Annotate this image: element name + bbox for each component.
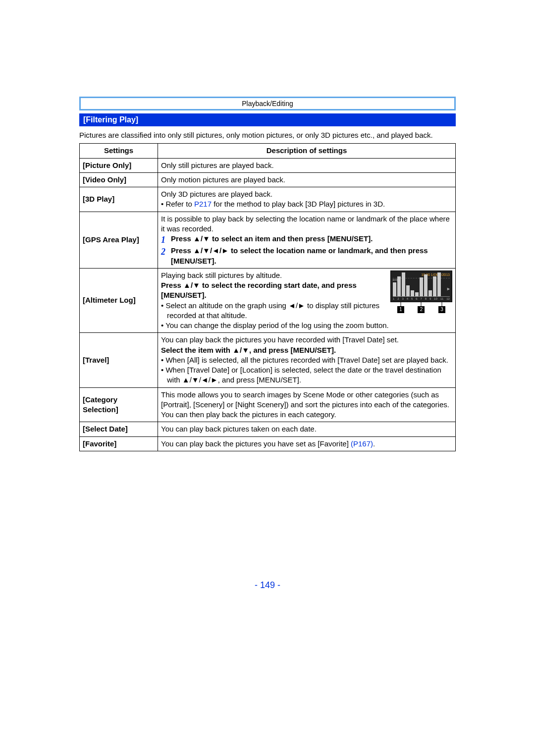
axis-tick: 9	[429, 297, 431, 301]
header-bar: Playback/Editing	[79, 97, 456, 110]
text: Playing back still pictures by altitude.	[161, 271, 282, 279]
page-link[interactable]: (P167)	[351, 439, 373, 448]
diagram-bars	[393, 278, 450, 297]
setting-desc: Only 3D pictures are played back. • Refe…	[158, 187, 456, 212]
diagram-bar	[406, 285, 410, 296]
step-text: Press ▲/▼ to select an item and then pre…	[171, 234, 452, 246]
text: .	[373, 439, 375, 448]
setting-label: [Altimeter Log]	[80, 268, 158, 333]
callout-marker: 3	[438, 306, 445, 313]
step-text: Press ▲/▼/◄/► to select the location nam…	[171, 246, 452, 266]
settings-table: Settings Description of settings [Pictur…	[79, 143, 456, 451]
breadcrumb: Playback/Editing	[81, 98, 454, 109]
bullet-text: • When [Travel Date] or [Location] is se…	[161, 365, 452, 385]
setting-label: [3D Play]	[80, 187, 158, 212]
diagram-bar	[420, 277, 423, 296]
text: Only 3D pictures are played back.	[161, 190, 272, 198]
axis-tick: 4	[407, 297, 408, 301]
table-row: [Picture Only] Only still pictures are p…	[80, 158, 456, 172]
axis-tick: 10	[434, 297, 437, 301]
table-header-row: Settings Description of settings	[80, 144, 456, 158]
callout-marker: 1	[397, 306, 404, 313]
diagram-axis: 123456789101112	[393, 297, 450, 301]
setting-desc: It is possible to play back by selecting…	[158, 212, 456, 268]
diagram-bar	[437, 272, 441, 296]
bullet-text: • You can change the display period of t…	[161, 321, 452, 330]
diagram-bar	[424, 274, 428, 296]
setting-label: [GPS Area Play]	[80, 212, 158, 268]
setting-desc: Only motion pictures are played back.	[158, 172, 456, 187]
callout-marker: 2	[418, 306, 425, 313]
setting-label: [Picture Only]	[80, 158, 158, 172]
setting-label: [Select Date]	[80, 422, 158, 436]
axis-tick: 12	[446, 297, 450, 301]
setting-desc: 10:00 1/DEC/2013 300m ◄ ► 12345678910111…	[158, 268, 456, 333]
setting-desc: You can play back pictures taken on each…	[158, 422, 456, 436]
axis-tick: 3	[402, 297, 403, 301]
text: You can play back the pictures you have …	[161, 439, 351, 448]
table-row: [Altimeter Log] 10:00 1/DEC/2013 300m ◄ …	[80, 268, 456, 333]
setting-desc: Only still pictures are played back.	[158, 158, 456, 172]
setting-label: [Favorite]	[80, 436, 158, 451]
altimeter-diagram: 10:00 1/DEC/2013 300m ◄ ► 12345678910111…	[390, 270, 452, 313]
setting-desc: You can play back the pictures you have …	[158, 333, 456, 387]
setting-label: [Travel]	[80, 333, 158, 387]
section-title: [Filtering Play]	[79, 113, 456, 126]
intro-text: Pictures are classified into only still …	[79, 130, 456, 140]
table-row: [Select Date] You can play back pictures…	[80, 422, 456, 436]
axis-tick: 7	[420, 297, 422, 301]
table-row: [Travel] You can play back the pictures …	[80, 333, 456, 387]
axis-tick: 11	[440, 297, 444, 301]
diagram-bar	[397, 276, 401, 296]
table-row: [Video Only] Only motion pictures are pl…	[80, 172, 456, 187]
diagram-bar	[428, 290, 432, 296]
setting-desc: This mode allows you to search images by…	[158, 387, 456, 422]
bullet-text: • When [All] is selected, all the pictur…	[161, 355, 452, 365]
axis-tick: 1	[393, 297, 394, 301]
setting-label: [Video Only]	[80, 172, 158, 187]
diagram-bar	[433, 276, 436, 296]
altimeter-screen: 10:00 1/DEC/2013 300m ◄ ► 12345678910111…	[390, 270, 452, 302]
table-row: [3D Play] Only 3D pictures are played ba…	[80, 187, 456, 212]
axis-tick: 8	[425, 297, 427, 301]
table-row: [Category Selection] This mode allows yo…	[80, 387, 456, 422]
page: Playback/Editing [Filtering Play] Pictur…	[0, 0, 535, 591]
axis-tick: 6	[416, 297, 417, 301]
header-settings: Settings	[80, 144, 158, 158]
diagram-bar	[393, 282, 396, 296]
axis-tick: 5	[411, 297, 413, 301]
instruction-text: Press ▲/▼ to select the recording start …	[161, 281, 357, 299]
diagram-bar	[415, 292, 419, 296]
step-number: 2	[161, 246, 171, 266]
diagram-callouts: 123	[390, 306, 452, 313]
page-number: - 149 -	[79, 580, 456, 591]
text: You can play back the pictures you have …	[161, 335, 399, 344]
page-link[interactable]: P217	[194, 200, 212, 208]
setting-desc: You can play back the pictures you have …	[158, 436, 456, 451]
text: for the method to play back [3D Play] pi…	[212, 200, 385, 208]
step-number: 1	[161, 234, 171, 246]
setting-label: [Category Selection]	[80, 387, 158, 422]
instruction-text: Select the item with ▲/▼, and press [MEN…	[161, 346, 336, 354]
diagram-bar	[402, 272, 405, 296]
diagram-bar	[411, 290, 414, 296]
text: It is possible to play back by selecting…	[161, 215, 450, 233]
text: • Refer to	[161, 200, 194, 208]
table-row: [Favorite] You can play back the picture…	[80, 436, 456, 451]
table-row: [GPS Area Play] It is possible to play b…	[80, 212, 456, 268]
axis-tick: 2	[397, 297, 399, 301]
header-description: Description of settings	[158, 144, 456, 158]
